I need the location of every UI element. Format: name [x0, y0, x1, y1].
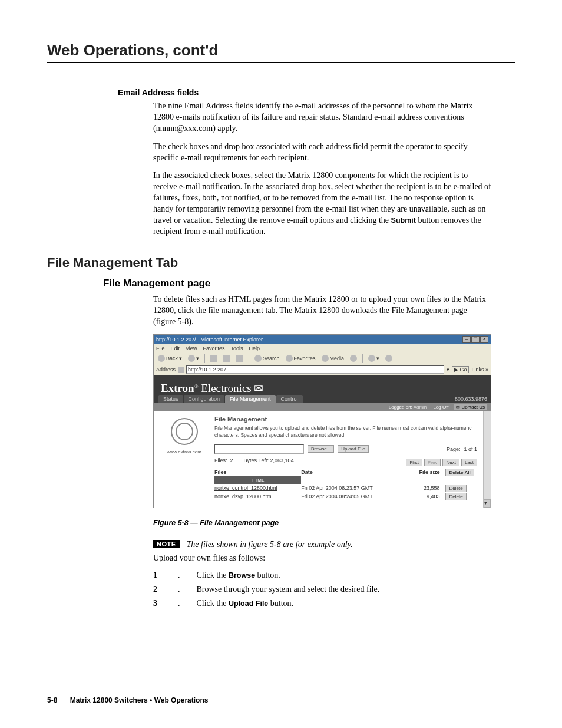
step-2: 2. Browse through your system and select… — [153, 585, 491, 594]
footer-title: Matrix 12800 Switchers • Web Operations — [70, 696, 209, 704]
menu-bar: File Edit View Favorites Tools Help — [154, 344, 491, 353]
email-p1: The nine Email Address fields identify t… — [153, 101, 491, 134]
step-num-3: 3 — [153, 599, 161, 608]
email-p2: The check boxes and drop box associated … — [153, 141, 491, 164]
mail-icon — [368, 355, 375, 362]
menu-tools[interactable]: Tools — [230, 345, 243, 351]
minimize-button[interactable]: – — [462, 336, 471, 343]
back-icon — [158, 355, 165, 362]
fmp-p1: To delete files such as HTML pages from … — [153, 294, 491, 328]
fmt-heading: File Management Tab — [47, 255, 515, 271]
forward-button[interactable]: ▾ — [186, 354, 201, 363]
go-button[interactable]: ▶ Go — [452, 366, 470, 373]
email-p3: In the associated check boxes, select th… — [153, 170, 491, 237]
nav-tabs: Status Configuration File Management Con… — [154, 395, 491, 403]
log-off-link[interactable]: Log Off — [433, 404, 448, 410]
files-label: Files: — [214, 457, 227, 463]
col-files: Files — [214, 468, 301, 476]
links-label[interactable]: Links » — [471, 367, 488, 373]
submit-bold: Submit — [391, 216, 416, 225]
print-button[interactable] — [384, 354, 394, 363]
history-icon — [350, 355, 357, 362]
address-bar: Address http://10.1.2.207 ▾ ▶ Go Links » — [154, 364, 491, 375]
menu-file[interactable]: File — [156, 345, 165, 351]
first-button[interactable]: First — [406, 459, 422, 466]
address-label: Address — [156, 367, 176, 373]
page-icon — [178, 367, 184, 373]
left-sidebar: www.extron.com — [154, 411, 214, 507]
steps-list: 1. Click the Browse button. 2. Browse th… — [153, 571, 491, 608]
extron-logo-icon — [171, 418, 198, 445]
browse-button[interactable]: Browse... — [308, 445, 334, 453]
file-link-2[interactable]: nortxe_dsvp_12800.html — [214, 493, 273, 499]
tab-file-management[interactable]: File Management — [225, 395, 276, 403]
favorites-button[interactable]: Favorites — [284, 354, 318, 363]
note-badge: NOTE — [153, 540, 180, 548]
step-num-1: 1 — [153, 571, 161, 580]
upload-path-field[interactable] — [214, 444, 304, 454]
menu-favorites[interactable]: Favorites — [203, 345, 224, 351]
toolbar: Back ▾ ▾ Search Favorites Media ▾ — [154, 353, 491, 364]
maximize-button[interactable]: □ — [471, 336, 480, 343]
next-button[interactable]: Next — [442, 459, 459, 466]
tab-control[interactable]: Control — [276, 395, 303, 403]
tab-status[interactable]: Status — [158, 395, 183, 403]
menu-help[interactable]: Help — [249, 345, 260, 351]
window-titlebar: http://10.1.2.207/ - Microsoft Internet … — [154, 335, 491, 344]
home-button[interactable] — [234, 354, 245, 363]
file-date-1: Fri 02 Apr 2004 08:23:57 GMT — [301, 484, 398, 492]
delete-button-2[interactable]: Delete — [445, 493, 466, 500]
search-button[interactable]: Search — [253, 354, 282, 363]
menu-view[interactable]: View — [186, 345, 197, 351]
tab-configuration[interactable]: Configuration — [184, 395, 225, 403]
contact-us-button[interactable]: ✉ Contact Us — [454, 404, 487, 410]
stop-button[interactable] — [209, 354, 219, 363]
panel-title: File Management — [214, 416, 477, 423]
page-number: 5-8 — [47, 696, 57, 704]
col-date: Date — [301, 468, 398, 476]
media-button[interactable]: Media — [320, 354, 346, 363]
files-count: 2 — [230, 457, 233, 463]
table-row: nortxe_dsvp_12800.html Fri 02 Apr 2004 0… — [214, 492, 477, 500]
refresh-button[interactable] — [222, 354, 232, 363]
home-icon — [236, 355, 243, 362]
brand-bar: Extron® Electronics ✉ — [154, 375, 491, 395]
upload-intro: Upload your own files as follows: — [153, 553, 491, 564]
page-info: 1 of 1 — [464, 446, 477, 452]
note-text: The files shown in figure 5-8 are for ex… — [187, 540, 353, 549]
file-table: Files Date File size Delete All HTML nor… — [214, 468, 477, 500]
refresh-icon — [223, 355, 230, 362]
forward-icon — [188, 355, 195, 362]
figure-5-8-screenshot: http://10.1.2.207/ - Microsoft Internet … — [153, 334, 491, 508]
upload-file-button[interactable]: Upload File — [338, 445, 368, 453]
step-3: 3. Click the Upload File button. — [153, 599, 491, 608]
bytes-label: Bytes Left: — [244, 457, 269, 463]
mail-button[interactable]: ▾ — [366, 354, 381, 363]
print-icon — [385, 355, 392, 362]
back-button[interactable]: Back ▾ — [156, 354, 184, 363]
star-icon — [286, 355, 293, 362]
file-link-1[interactable]: nortxe_control_12800.html — [214, 485, 277, 491]
delete-all-button[interactable]: Delete All — [445, 469, 474, 476]
history-button[interactable] — [348, 354, 359, 363]
address-field[interactable]: http://10.1.2.207 — [186, 365, 444, 374]
file-size-2: 9,403 — [398, 492, 445, 500]
main-panel: File Management File Management allows y… — [214, 411, 483, 507]
email-heading: Email Address fields — [118, 88, 515, 97]
fmp-heading: File Management page — [103, 278, 515, 289]
scrollbar[interactable]: ▾ — [483, 411, 491, 507]
last-button[interactable]: Last — [461, 459, 477, 466]
delete-button-1[interactable]: Delete — [445, 485, 466, 492]
step-1: 1. Click the Browse button. — [153, 571, 491, 580]
brand-electronics: Electronics — [201, 382, 251, 394]
table-row: nortxe_control_12800.html Fri 02 Apr 200… — [214, 484, 477, 492]
prev-button[interactable]: Prev — [424, 459, 441, 466]
menu-edit[interactable]: Edit — [171, 345, 180, 351]
window-title: http://10.1.2.207/ - Microsoft Internet … — [156, 337, 263, 342]
logged-on-label: Logged on: — [389, 404, 412, 410]
address-dropdown[interactable]: ▾ — [447, 367, 449, 373]
extron-link[interactable]: www.extron.com — [167, 449, 201, 454]
scroll-down-icon[interactable]: ▾ — [484, 499, 491, 508]
close-button[interactable]: × — [480, 336, 488, 343]
html-group-row: HTML — [214, 476, 301, 484]
